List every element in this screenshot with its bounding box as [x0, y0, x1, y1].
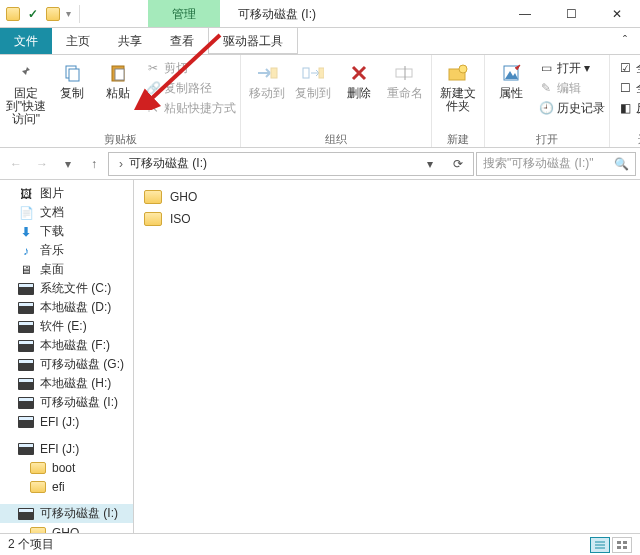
tree-item[interactable]: 软件 (E:) — [0, 317, 133, 336]
refresh-button[interactable]: ⟳ — [447, 153, 469, 175]
properties-button[interactable]: 属性 — [489, 59, 533, 100]
select-none-button[interactable]: ☐全部取消 — [618, 79, 640, 97]
select-stack: ☑全部选择 ☐全部取消 ◧反向选择 — [614, 59, 640, 117]
move-to-button[interactable]: 移动到 — [245, 59, 289, 100]
invert-icon: ◧ — [618, 101, 632, 115]
ribbon-group-open: 属性 ▭打开 ▾ ✎编辑 🕘历史记录 打开 — [484, 55, 609, 147]
pin-quick-access-button[interactable]: 固定到"快速访问" — [4, 59, 48, 126]
address-dropdown-button[interactable]: ▾ — [419, 153, 441, 175]
svg-rect-17 — [617, 546, 621, 549]
copy-to-button[interactable]: 复制到 — [291, 59, 335, 100]
close-button[interactable]: ✕ — [594, 0, 640, 27]
pin-icon — [14, 61, 38, 85]
tree-item-efi[interactable]: efi — [0, 477, 133, 496]
tab-file[interactable]: 文件 — [0, 28, 52, 54]
folder-app-icon — [6, 7, 20, 21]
nav-up-button[interactable]: ↑ — [82, 152, 106, 176]
ribbon-group-organize: 移动到 复制到 删除 重命名 组织 — [240, 55, 431, 147]
svg-rect-15 — [617, 541, 621, 544]
select-none-icon: ☐ — [618, 81, 632, 95]
tree-item[interactable]: ⬇下载 — [0, 222, 133, 241]
select-all-button[interactable]: ☑全部选择 — [618, 59, 640, 77]
tree-item[interactable]: 本地磁盘 (F:) — [0, 336, 133, 355]
history-button[interactable]: 🕘历史记录 — [539, 99, 605, 117]
tab-share[interactable]: 共享 — [104, 28, 156, 54]
maximize-button[interactable]: ☐ — [548, 0, 594, 27]
tree-item[interactable]: 可移动磁盘 (G:) — [0, 355, 133, 374]
tree-item-boot[interactable]: boot — [0, 458, 133, 477]
delete-icon — [347, 61, 371, 85]
navigation-bar: ← → ▾ ↑ › 可移动磁盘 (I:) ▾ ⟳ 搜索"可移动磁盘 (I:)" … — [0, 148, 640, 180]
minimize-button[interactable]: — — [502, 0, 548, 27]
ribbon-group-new: 新建文件夹 新建 — [431, 55, 484, 147]
status-bar: 2 个项目 — [0, 533, 640, 555]
search-box[interactable]: 搜索"可移动磁盘 (I:)" 🔍 — [476, 152, 636, 176]
tree-item[interactable]: 📄文档 — [0, 203, 133, 222]
ribbon: 固定到"快速访问" 复制 粘贴 ✂剪切 🔗复制路径 ⇱粘贴快捷方式 剪贴板 移动… — [0, 54, 640, 148]
tree-item[interactable]: 本地磁盘 (H:) — [0, 374, 133, 393]
quick-access-toolbar: ✓ ▾ — [0, 0, 88, 27]
link-icon: 🔗 — [146, 81, 160, 95]
svg-rect-3 — [115, 69, 124, 80]
edit-button[interactable]: ✎编辑 — [539, 79, 605, 97]
tree-item-efi-j[interactable]: EFI (J:) — [0, 439, 133, 458]
breadcrumb-current[interactable]: 可移动磁盘 (I:) — [129, 155, 207, 172]
tree-item[interactable]: ♪音乐 — [0, 241, 133, 260]
folder-icon — [144, 190, 162, 204]
nav-forward-button[interactable]: → — [30, 152, 54, 176]
ribbon-group-select: ☑全部选择 ☐全部取消 ◧反向选择 选择 — [609, 55, 640, 147]
tab-home[interactable]: 主页 — [52, 28, 104, 54]
svg-point-10 — [459, 65, 467, 73]
open-button[interactable]: ▭打开 ▾ — [539, 59, 605, 77]
rename-button[interactable]: 重命名 — [383, 59, 427, 100]
folder-quick-icon[interactable] — [46, 7, 60, 21]
tree-item[interactable]: 系统文件 (C:) — [0, 279, 133, 298]
address-bar[interactable]: › 可移动磁盘 (I:) ▾ ⟳ — [108, 152, 474, 176]
tab-view[interactable]: 查看 — [156, 28, 208, 54]
context-tab-manage[interactable]: 管理 — [148, 0, 220, 27]
ribbon-collapse-button[interactable]: ˆ — [610, 28, 640, 54]
copy-button[interactable]: 复制 — [50, 59, 94, 100]
qat-dropdown-icon[interactable]: ▾ — [66, 8, 71, 19]
svg-rect-6 — [319, 68, 324, 78]
check-icon[interactable]: ✓ — [26, 7, 40, 21]
tree-item[interactable]: 🖼图片 — [0, 184, 133, 203]
nav-history-dropdown[interactable]: ▾ — [56, 152, 80, 176]
shortcut-icon: ⇱ — [146, 101, 160, 115]
svg-rect-4 — [271, 68, 277, 78]
new-folder-icon — [446, 61, 470, 85]
view-icons-button[interactable] — [612, 537, 632, 553]
file-list[interactable]: GHO ISO — [134, 180, 640, 533]
list-item[interactable]: GHO — [144, 186, 630, 208]
copy-path-button[interactable]: 🔗复制路径 — [146, 79, 236, 97]
paste-button[interactable]: 粘贴 — [96, 59, 140, 100]
history-icon: 🕘 — [539, 101, 553, 115]
view-switcher — [590, 537, 632, 553]
copy-icon — [60, 61, 84, 85]
tab-drive-tools[interactable]: 驱动器工具 — [208, 28, 298, 54]
title-bar: ✓ ▾ 管理 可移动磁盘 (I:) — ☐ ✕ — [0, 0, 640, 28]
clipboard-extra: ✂剪切 🔗复制路径 ⇱粘贴快捷方式 — [142, 59, 236, 117]
rename-icon — [393, 61, 417, 85]
cut-button[interactable]: ✂剪切 — [146, 59, 236, 77]
tree-item-removable-i[interactable]: 可移动磁盘 (I:) — [0, 504, 133, 523]
list-item[interactable]: ISO — [144, 208, 630, 230]
invert-selection-button[interactable]: ◧反向选择 — [618, 99, 640, 117]
navigation-tree[interactable]: 🖼图片📄文档⬇下载♪音乐🖥桌面系统文件 (C:)本地磁盘 (D:)软件 (E:)… — [0, 180, 134, 533]
breadcrumb-chevron-icon[interactable]: › — [119, 157, 123, 171]
svg-rect-1 — [69, 69, 79, 81]
tree-item[interactable]: EFI (J:) — [0, 412, 133, 431]
tree-item[interactable]: 🖥桌面 — [0, 260, 133, 279]
open-extra: ▭打开 ▾ ✎编辑 🕘历史记录 — [535, 59, 605, 117]
edit-icon: ✎ — [539, 81, 553, 95]
copyto-icon — [301, 61, 325, 85]
tree-item-gho[interactable]: GHO — [0, 523, 133, 533]
tree-item[interactable]: 本地磁盘 (D:) — [0, 298, 133, 317]
paste-shortcut-button[interactable]: ⇱粘贴快捷方式 — [146, 99, 236, 117]
tree-item[interactable]: 可移动磁盘 (I:) — [0, 393, 133, 412]
workspace: 🖼图片📄文档⬇下载♪音乐🖥桌面系统文件 (C:)本地磁盘 (D:)软件 (E:)… — [0, 180, 640, 533]
nav-back-button[interactable]: ← — [4, 152, 28, 176]
new-folder-button[interactable]: 新建文件夹 — [436, 59, 480, 113]
delete-button[interactable]: 删除 — [337, 59, 381, 100]
view-details-button[interactable] — [590, 537, 610, 553]
